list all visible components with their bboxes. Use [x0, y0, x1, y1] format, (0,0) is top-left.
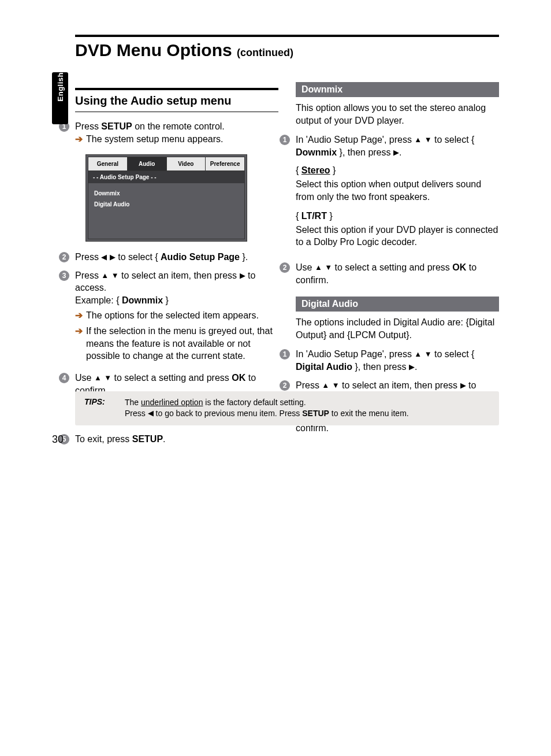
step-number-icon: 2 — [280, 380, 290, 391]
arrow-right-icon: ➔ — [75, 325, 83, 362]
osd-sub-bar: - - Audio Setup Page - - — [88, 171, 245, 183]
step-number-icon: 4 — [59, 373, 69, 383]
triangle-up-icon: ▲ — [101, 270, 109, 281]
step-3: 3 Press ▲ ▼ to select an item, then pres… — [59, 269, 278, 366]
tips-box: TIPS: The underlined option is the facto… — [75, 391, 499, 425]
digital-intro: The options included in Digital Audio ar… — [296, 316, 499, 341]
page-title: DVD Menu Options (continued) — [75, 38, 499, 65]
page-number: 30 — [52, 433, 64, 446]
title-block: DVD Menu Options (continued) — [75, 35, 499, 65]
triangle-down-icon: ▼ — [425, 135, 432, 145]
tips-label: TIPS: — [84, 397, 113, 420]
osd-item: Downmix — [94, 188, 239, 199]
language-tab-label: English — [56, 72, 65, 108]
step-number-icon: 2 — [280, 262, 290, 273]
triangle-right-icon: ▶ — [409, 362, 415, 372]
arrow-right-icon: ➔ — [75, 133, 83, 146]
step-5: 5 To exit, press SETUP. — [59, 433, 278, 446]
downmix-step-2: 2 Use ▲ ▼ to select a setting and press … — [280, 261, 499, 286]
triangle-up-icon: ▲ — [94, 373, 102, 383]
osd-tab-general: General — [88, 157, 128, 171]
osd-tab-audio: Audio — [128, 157, 167, 171]
subhead-downmix: Downmix — [296, 82, 499, 97]
triangle-up-icon: ▲ — [414, 349, 422, 360]
downmix-step-1: 1 In 'Audio Setup Page', press ▲ ▼ to se… — [280, 134, 499, 255]
step-number-icon: 3 — [59, 270, 69, 281]
osd-item: Digital Audio — [94, 199, 239, 210]
triangle-down-icon: ▼ — [111, 270, 119, 281]
triangle-up-icon: ▲ — [414, 135, 422, 145]
triangle-right-icon: ▶ — [110, 252, 116, 262]
triangle-down-icon: ▼ — [104, 373, 111, 383]
section-heading: Using the Audio setup menu — [75, 88, 278, 112]
step-number-icon: 1 — [280, 349, 290, 360]
option-ltrt: LT/RT — [301, 211, 327, 221]
option-stereo: Stereo — [301, 165, 330, 175]
arrow-right-icon: ➔ — [75, 309, 83, 322]
step-1: 1 Press SETUP on the remote control. ➔ T… — [59, 120, 278, 149]
triangle-down-icon: ▼ — [425, 349, 432, 360]
downmix-intro: This option allows you to set the stereo… — [296, 102, 499, 127]
step-number-icon: 1 — [280, 135, 290, 145]
triangle-left-icon: ◀ — [101, 252, 107, 262]
step-number-icon: 2 — [59, 252, 69, 262]
osd-tab-preference: Preference — [206, 157, 244, 171]
triangle-right-icon: ▶ — [240, 270, 245, 281]
triangle-left-icon: ◀ — [148, 408, 154, 418]
triangle-right-icon: ▶ — [460, 380, 466, 391]
subhead-digital-audio: Digital Audio — [296, 297, 499, 312]
language-tab: English — [52, 72, 68, 124]
triangle-down-icon: ▼ — [332, 380, 340, 391]
step-2: 2 Press ◀ ▶ to select { Audio Setup Page… — [59, 251, 278, 264]
digital-step-1: 1 In 'Audio Setup Page', press ▲ ▼ to se… — [280, 348, 499, 373]
triangle-right-icon: ▶ — [393, 147, 399, 158]
triangle-up-icon: ▲ — [315, 262, 322, 273]
triangle-down-icon: ▼ — [325, 262, 332, 273]
osd-menu-screenshot: General Audio Video Preference - - Audio… — [85, 154, 247, 242]
osd-tab-video: Video — [167, 157, 206, 171]
triangle-up-icon: ▲ — [322, 380, 329, 391]
